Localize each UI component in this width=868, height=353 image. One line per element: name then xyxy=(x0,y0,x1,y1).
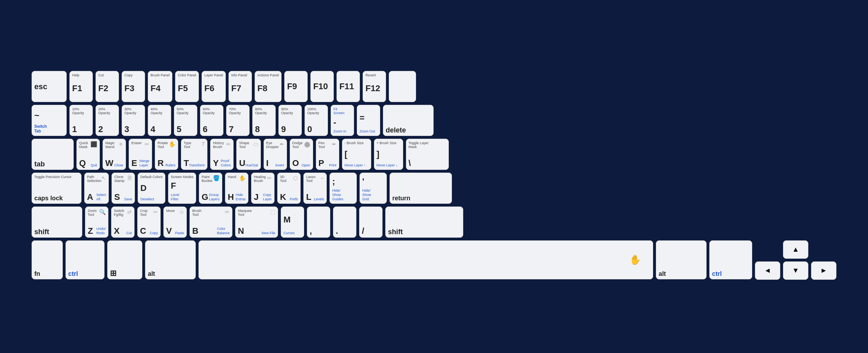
key-delete[interactable]: delete xyxy=(383,105,434,136)
key-esc[interactable]: esc xyxy=(32,71,67,102)
key-x[interactable]: SwitchFg/Bg ⇄ X Cut xyxy=(111,207,135,238)
key-c[interactable]: CropTool ✂ C Copy xyxy=(137,207,161,238)
keyboard: esc Help F1 Cut F2 Copy F3 Brush Panel F… xyxy=(25,64,843,289)
key-f12[interactable]: Revert F12 xyxy=(363,71,386,102)
key-f[interactable]: Screen Modes F LevelFilter xyxy=(168,173,196,204)
key-f9[interactable]: F9 xyxy=(284,71,308,102)
row-bottom: fn ctrl ⊞ alt ✋ alt ctrl ▲ xyxy=(32,240,836,280)
key-bracket-right[interactable]: + Brush Size ] Move Layer ↓ xyxy=(374,139,403,170)
key-s[interactable]: CloneStamp 🖹 S Save xyxy=(112,173,135,204)
key-h[interactable]: Hand ✋ H HideExtras xyxy=(225,173,248,204)
key-a[interactable]: PathSelection ↖ A SelectAll xyxy=(84,173,109,204)
key-9[interactable]: 90%Opacity 9 xyxy=(278,105,302,136)
key-u[interactable]: ShapeTool ⬭ U Hue/Sat xyxy=(236,139,260,170)
key-arrow-down[interactable]: ▼ xyxy=(783,261,808,280)
key-fn[interactable]: fn xyxy=(32,240,63,279)
key-arrow-right[interactable]: ► xyxy=(811,261,836,280)
key-0[interactable]: 100%Opacity 0 xyxy=(305,105,328,136)
key-f4[interactable]: Brush Panel F4 xyxy=(148,71,172,102)
key-1[interactable]: 10%Opacity 1 xyxy=(69,105,93,136)
key-t[interactable]: TypeTool T T Transform xyxy=(181,139,207,170)
key-slash[interactable]: / xyxy=(359,207,383,238)
key-e[interactable]: Eraser ✏ E MergeLayer xyxy=(129,139,152,170)
key-f7[interactable]: Info Panel F7 xyxy=(229,71,252,102)
key-2[interactable]: 20%Opacity 2 xyxy=(96,105,119,136)
key-arrow-up[interactable]: ▲ xyxy=(783,240,808,259)
key-minus[interactable]: FitScreen - Zoom In xyxy=(331,105,354,136)
key-3[interactable]: 30%Opacity 3 xyxy=(122,105,145,136)
arrow-keys-group: ▲ ◄ ▼ ► xyxy=(755,240,836,280)
key-bracket-left[interactable]: - Brush Size [ Move Layer ↑ xyxy=(342,139,371,170)
key-equals[interactable]: = Zoom Out xyxy=(357,105,380,136)
key-f8[interactable]: Actions Panel F8 xyxy=(255,71,282,102)
row-asdf: Toggle Precision Cursor caps lock PathSe… xyxy=(32,173,836,204)
arrow-up-row: ▲ xyxy=(755,240,836,259)
key-ctrl-left[interactable]: ctrl xyxy=(66,240,105,279)
key-4[interactable]: 40%Opacity 4 xyxy=(148,105,171,136)
key-7[interactable]: 70%Opacity 7 xyxy=(226,105,250,136)
key-z[interactable]: ZoomTool 🔍 Z Undo/Redo xyxy=(85,207,108,238)
key-m[interactable]: M Curves xyxy=(281,207,304,238)
key-period[interactable]: . xyxy=(333,207,356,238)
key-f10[interactable]: F10 xyxy=(310,71,334,102)
arrow-lr-row: ◄ ▼ ► xyxy=(755,261,836,280)
key-i[interactable]: EyeDropper ✒ I Invert xyxy=(264,139,287,170)
row-qwerty: tab QuickMask ⬛ Q Quit MagicWand ✳ W Clo… xyxy=(32,139,836,170)
key-tilde[interactable]: ~ SwitchTab xyxy=(32,105,67,136)
row-function: esc Help F1 Cut F2 Copy F3 Brush Panel F… xyxy=(32,71,836,102)
key-f5[interactable]: Color Panel F5 xyxy=(175,71,199,102)
key-w[interactable]: MagicWand ✳ W Close xyxy=(103,139,126,170)
key-v[interactable]: Move ⊹ V Paste xyxy=(163,207,187,238)
key-6[interactable]: 60%Opacity 6 xyxy=(200,105,223,136)
key-f11[interactable]: F11 xyxy=(337,71,360,102)
key-win[interactable]: ⊞ xyxy=(107,240,142,279)
key-caps-lock[interactable]: Toggle Precision Cursor caps lock xyxy=(32,173,81,204)
key-p[interactable]: PenTool ✒ P Print xyxy=(316,139,339,170)
key-alt-left[interactable]: alt xyxy=(145,240,196,279)
key-semicolon[interactable]: ; Hide/ShowGuides xyxy=(329,173,357,204)
key-o[interactable]: DodgeTool ⬤ O Open xyxy=(290,139,313,170)
key-f1[interactable]: Help F1 xyxy=(69,71,93,102)
key-tab[interactable]: tab xyxy=(32,139,74,170)
key-spacebar[interactable]: ✋ xyxy=(198,240,653,279)
key-shift-right[interactable]: shift xyxy=(385,207,463,238)
key-backslash[interactable]: Toggle LayerMask \ xyxy=(406,139,449,170)
key-arrow-left[interactable]: ◄ xyxy=(755,261,780,280)
key-g[interactable]: PaintBucket 🪣 G GroupLayers xyxy=(199,173,222,204)
key-b[interactable]: BrushTool ✏ B ColorBalance xyxy=(190,207,232,238)
key-ctrl-right[interactable]: ctrl xyxy=(709,240,752,279)
key-k[interactable]: 3DTool ⬡ K Prefs xyxy=(277,173,301,204)
key-f6[interactable]: Layer Panel F6 xyxy=(202,71,226,102)
key-return[interactable]: return xyxy=(390,173,452,204)
key-comma[interactable]: , xyxy=(307,207,330,238)
key-r[interactable]: RotateTool ✋ R Rulers xyxy=(155,139,178,170)
key-q[interactable]: QuickMask ⬛ Q Quit xyxy=(76,139,100,170)
key-y[interactable]: HistoryBrush ✏ Y ProofColors xyxy=(210,139,234,170)
key-j[interactable]: HealingBrush ✏ J CopyLayer xyxy=(251,173,275,204)
key-alt-right[interactable]: alt xyxy=(656,240,707,279)
row-numbers: ~ SwitchTab 10%Opacity 1 20%Opacity 2 30… xyxy=(32,105,836,136)
key-quote[interactable]: ' Hide/ShowGrid xyxy=(360,173,387,204)
key-d[interactable]: Default Colors D Deselect xyxy=(138,173,165,204)
key-filler1 xyxy=(389,71,416,102)
key-l[interactable]: LassoTool ⌐ L Levels xyxy=(303,173,327,204)
key-f3[interactable]: Copy F3 xyxy=(122,71,145,102)
row-zxcv: shift ZoomTool 🔍 Z Undo/Redo SwitchFg/Bg… xyxy=(32,207,836,238)
key-f2[interactable]: Cut F2 xyxy=(96,71,119,102)
key-shift-left[interactable]: shift xyxy=(32,207,82,238)
key-8[interactable]: 80%Opacity 8 xyxy=(252,105,276,136)
key-5[interactable]: 50%Opacity 5 xyxy=(174,105,197,136)
key-n[interactable]: MarqueeTool ⬚ N New File xyxy=(235,207,278,238)
